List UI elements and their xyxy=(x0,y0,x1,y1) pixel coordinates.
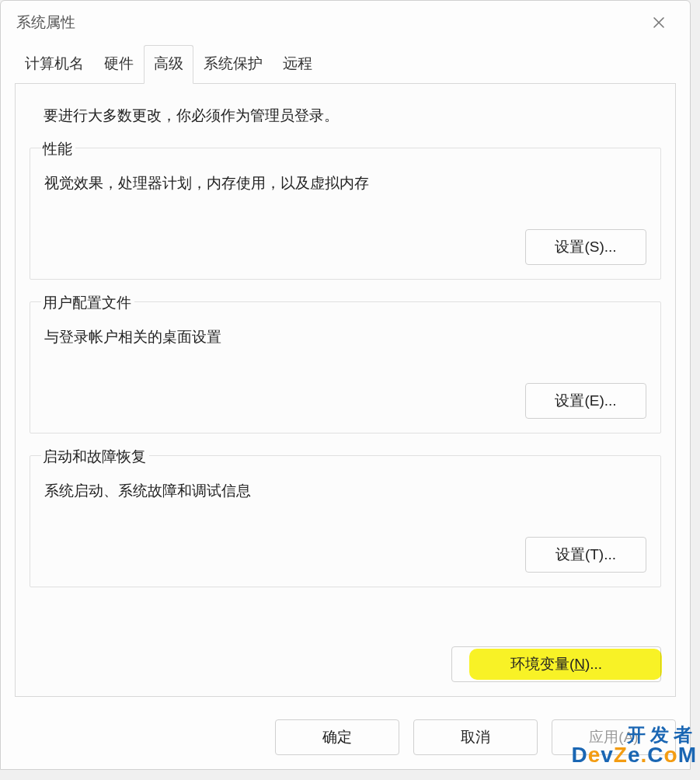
env-button-suffix: )... xyxy=(585,656,602,672)
system-properties-dialog: 系统属性 计算机名 硬件 高级 系统保护 远程 要进行大多数更改，你必须作为管理… xyxy=(0,0,691,770)
desc-userprofile: 与登录帐户相关的桌面设置 xyxy=(44,327,646,347)
env-button-prefix: 环境变量( xyxy=(510,656,574,672)
env-button-key: N xyxy=(574,656,585,672)
tabstrip: 计算机名 硬件 高级 系统保护 远程 xyxy=(1,44,690,83)
settings-startup-button[interactable]: 设置(T)... xyxy=(525,537,646,573)
cancel-button[interactable]: 取消 xyxy=(413,719,538,755)
legend-performance: 性能 xyxy=(41,139,75,159)
group-performance: 性能 视觉效果，处理器计划，内存使用，以及虚拟内存 设置(S)... xyxy=(30,148,661,280)
tab-system-protection[interactable]: 系统保护 xyxy=(193,45,273,84)
tab-computer-name[interactable]: 计算机名 xyxy=(15,45,94,84)
environment-variables-button[interactable]: 环境变量(N)... xyxy=(451,646,661,682)
tab-advanced[interactable]: 高级 xyxy=(144,45,193,84)
advanced-panel: 要进行大多数更改，你必须作为管理员登录。 性能 视觉效果，处理器计划，内存使用，… xyxy=(15,83,676,697)
group-startup: 启动和故障恢复 系统启动、系统故障和调试信息 设置(T)... xyxy=(30,455,661,587)
settings-userprofile-button[interactable]: 设置(E)... xyxy=(525,383,646,419)
legend-startup: 启动和故障恢复 xyxy=(41,447,149,467)
tab-remote[interactable]: 远程 xyxy=(273,45,322,84)
group-userprofile: 用户配置文件 与登录帐户相关的桌面设置 设置(E)... xyxy=(30,301,661,434)
titlebar: 系统属性 xyxy=(1,1,690,44)
admin-note: 要进行大多数更改，你必须作为管理员登录。 xyxy=(44,106,661,126)
window-title: 系统属性 xyxy=(16,12,643,33)
desc-startup: 系统启动、系统故障和调试信息 xyxy=(44,481,646,501)
apply-button[interactable]: 应用(A) xyxy=(552,719,676,755)
legend-userprofile: 用户配置文件 xyxy=(41,293,134,313)
tab-hardware[interactable]: 硬件 xyxy=(94,45,144,84)
desc-performance: 视觉效果，处理器计划，内存使用，以及虚拟内存 xyxy=(44,173,646,193)
close-icon[interactable] xyxy=(643,7,674,38)
settings-performance-button[interactable]: 设置(S)... xyxy=(525,229,646,265)
ok-button[interactable]: 确定 xyxy=(275,719,399,755)
dialog-footer: 确定 取消 应用(A) xyxy=(15,719,676,755)
